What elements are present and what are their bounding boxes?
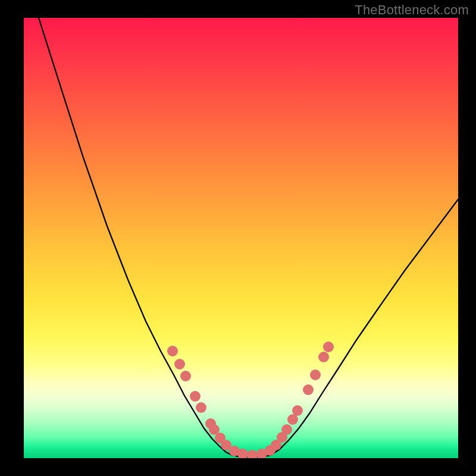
curve-svg: [24, 18, 458, 458]
marker-point: [167, 346, 178, 356]
marker-group: [167, 342, 334, 458]
marker-point: [318, 352, 329, 362]
watermark-text: TheBottleneck.com: [355, 2, 469, 18]
marker-point: [196, 402, 206, 413]
chart-frame: TheBottleneck.com: [0, 0, 476, 476]
marker-point: [190, 391, 201, 402]
marker-point: [323, 342, 334, 352]
marker-point: [174, 359, 185, 369]
marker-point: [292, 405, 303, 416]
plot-area: [24, 18, 458, 458]
marker-point: [310, 369, 321, 380]
bottleneck-curve: [39, 18, 458, 457]
marker-point: [303, 384, 314, 395]
marker-point: [281, 424, 292, 435]
marker-point: [247, 450, 258, 458]
marker-point: [180, 371, 191, 381]
